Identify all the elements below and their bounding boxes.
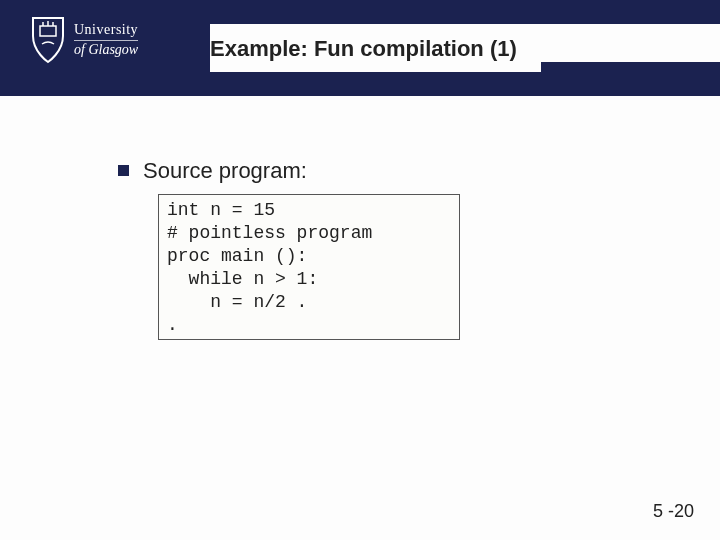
logo-text: University of Glasgow (74, 23, 138, 57)
square-bullet-icon (118, 165, 129, 176)
bullet-text: Source program: (143, 158, 307, 184)
logo-line1: University (74, 23, 138, 41)
logo-line2-prefix: of (74, 42, 85, 57)
svg-rect-0 (40, 26, 56, 36)
university-logo: University of Glasgow (30, 16, 138, 64)
logo-line2-name: Glasgow (88, 42, 138, 57)
bullet-row: Source program: (118, 158, 307, 184)
title-wrap: Example: Fun compilation (1) (210, 26, 541, 72)
slide-title: Example: Fun compilation (1) (210, 26, 541, 72)
code-box: int n = 15 # pointless program proc main… (158, 194, 460, 340)
body-area: Source program: int n = 15 # pointless p… (0, 96, 720, 516)
logo-line2: of Glasgow (74, 43, 138, 57)
slide: University of Glasgow Example: Fun compi… (0, 0, 720, 540)
page-number: 5 -20 (653, 501, 694, 522)
crest-icon (30, 16, 66, 64)
